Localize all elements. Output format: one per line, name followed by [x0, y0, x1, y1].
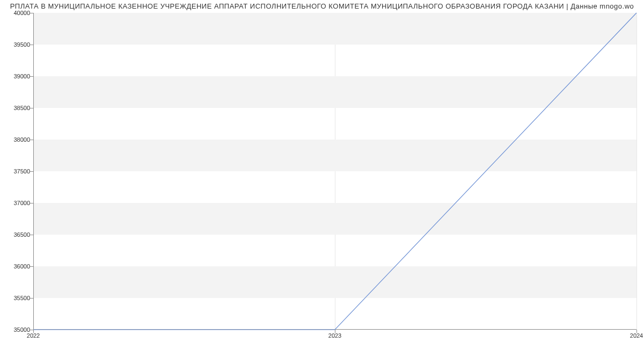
y-tick — [30, 76, 33, 77]
y-tick-label: 37000 — [3, 200, 30, 206]
y-tick — [30, 266, 33, 267]
y-tick — [30, 13, 33, 13]
y-tick — [30, 171, 33, 172]
x-tick-label: 2023 — [328, 332, 341, 339]
y-tick-label: 37500 — [3, 168, 30, 174]
x-tick-label: 2024 — [630, 332, 643, 339]
y-tick — [30, 298, 33, 299]
data-line — [33, 13, 636, 330]
y-tick-label: 36000 — [3, 263, 30, 270]
y-tick-label: 39500 — [3, 41, 30, 48]
y-tick-label: 39000 — [3, 73, 30, 79]
y-tick-label: 35000 — [3, 326, 30, 333]
y-tick — [30, 203, 33, 203]
x-tick-label: 2022 — [27, 332, 40, 339]
y-tick-label: 36500 — [3, 231, 30, 238]
grid-line-v — [636, 13, 637, 330]
plot-area — [33, 13, 636, 330]
y-tick — [30, 108, 33, 108]
y-tick-label: 38500 — [3, 105, 30, 111]
y-tick-label: 35500 — [3, 295, 30, 301]
chart-title: РПЛАТА В МУНИЦИПАЛЬНОЕ КАЗЕННОЕ УЧРЕЖДЕН… — [0, 2, 644, 10]
y-tick-label: 38000 — [3, 136, 30, 143]
y-tick — [30, 140, 33, 140]
y-tick — [30, 45, 33, 45]
y-tick — [30, 235, 33, 235]
y-tick-label: 40000 — [3, 10, 30, 16]
